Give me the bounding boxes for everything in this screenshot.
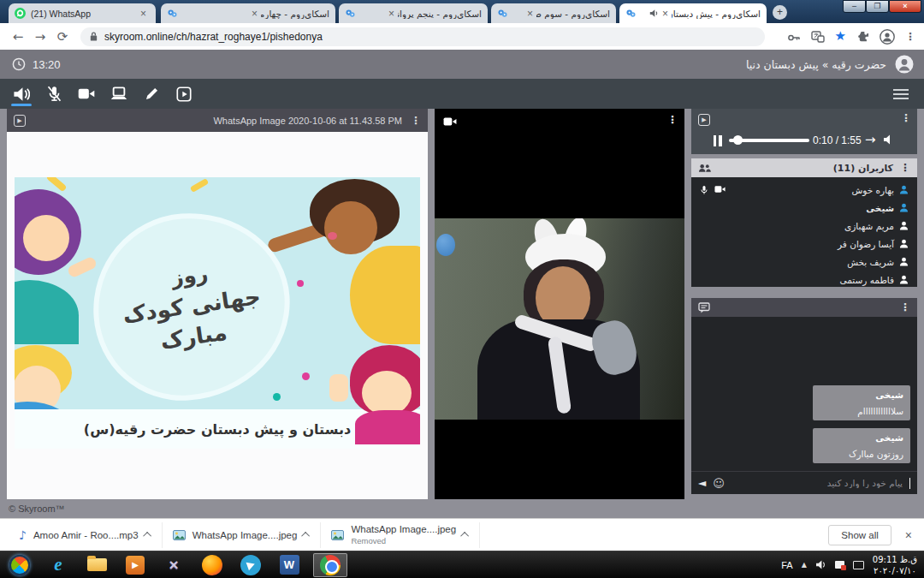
panel-menu-icon[interactable]: ⋮ — [667, 115, 678, 125]
browser-toolbar: ← → ⟳ skyroom.online/ch/hazrat_roghaye1/… — [0, 23, 924, 50]
user-person-icon — [899, 185, 909, 194]
tab-close-icon[interactable]: × — [527, 9, 533, 19]
users-panel-header: کاربران (11) ⋮ — [691, 158, 917, 177]
screenshare-icon — [110, 86, 127, 101]
user-row[interactable]: مریم شهبازی — [691, 217, 917, 235]
panel-menu-icon[interactable]: ⋮ — [411, 116, 421, 126]
blue-balloon — [436, 234, 455, 256]
new-tab-button[interactable]: + — [773, 5, 787, 20]
tray-clock[interactable]: 09:11 ق.ظ ۲۰۲۰/۰۷/۱۰ — [873, 554, 917, 576]
download-item-mp3[interactable]: ♪ Amoo Amir - Roo....mp3 — [9, 522, 163, 548]
tab-close-icon[interactable]: × — [140, 9, 146, 19]
taskbar-firefox[interactable] — [198, 553, 227, 577]
extensions-puzzle-icon[interactable] — [856, 30, 869, 43]
language-indicator[interactable]: FA — [781, 560, 792, 570]
download-item-jpeg-1[interactable]: WhatsApp Image....jpeg — [163, 522, 322, 548]
active-tool-indicator — [11, 104, 32, 106]
clock-icon — [12, 57, 26, 71]
skyroom-favicon — [167, 8, 178, 19]
panel-menu-icon[interactable]: ⋮ — [900, 302, 910, 313]
tab-close-icon[interactable]: × — [388, 9, 394, 19]
taskbar-kmplayer[interactable]: × — [159, 553, 188, 577]
download-chevron-icon[interactable] — [143, 532, 151, 540]
microphone-button[interactable] — [38, 79, 70, 109]
whatsapp-icon — [15, 8, 26, 19]
browser-menu-icon[interactable]: ⋮ — [905, 32, 915, 42]
taskbar-word[interactable]: W — [275, 553, 304, 577]
show-all-downloads-button[interactable]: Show all — [828, 525, 891, 545]
profile-avatar-icon[interactable] — [880, 29, 895, 45]
message-text: سلاااااااااااام — [820, 406, 903, 416]
download-item-jpeg-2[interactable]: WhatsApp Image....jpeg Removed — [321, 522, 480, 548]
window-controls: – ❐ × — [843, 0, 921, 13]
message-sender: شیخی — [820, 390, 903, 400]
user-row[interactable]: شیخی — [691, 199, 917, 217]
reload-button[interactable]: ⟳ — [51, 29, 74, 45]
back-button[interactable]: ← — [7, 29, 29, 45]
tab-whatsapp[interactable]: (21) WhatsApp × — [9, 3, 156, 23]
forward-button[interactable]: → — [29, 29, 51, 45]
speaker-button[interactable] — [5, 79, 38, 109]
whiteboard-button[interactable] — [135, 79, 168, 109]
tab-audio-icon[interactable] — [649, 9, 659, 18]
player-volume-icon[interactable] — [883, 134, 895, 145]
pause-button[interactable] — [712, 134, 723, 150]
screenshare-button[interactable] — [103, 79, 135, 109]
tab-skyroom-2[interactable]: × اسکای‌روم - پنجم پروانه — [339, 3, 488, 23]
users-panel: کاربران (11) ⋮ بهاره خوش شیخی مریم شهباز… — [691, 158, 917, 287]
telegram-icon — [240, 555, 261, 575]
speaker-icon — [13, 86, 30, 102]
send-message-icon[interactable]: ◄ — [698, 477, 706, 489]
tab-title: اسکای‌روم - پنجم پروانه — [398, 9, 482, 19]
taskbar-chrome-active[interactable] — [313, 553, 347, 577]
download-chevron-icon[interactable] — [302, 532, 311, 540]
emoji-icon[interactable]: ☺ — [713, 477, 725, 490]
user-row[interactable]: فاطمه رستمی — [691, 271, 917, 289]
user-avatar-icon[interactable] — [895, 55, 914, 74]
window-maximize-button[interactable]: ❐ — [866, 0, 889, 13]
url-text[interactable]: skyroom.online/ch/hazrat_roghaye1/pished… — [104, 31, 323, 43]
user-row[interactable]: شریف بخش — [691, 253, 917, 271]
bookmark-star-icon[interactable]: ★ — [835, 30, 846, 43]
hidden-icons-chevron[interactable]: ▲ — [802, 561, 807, 569]
taskbar-file-explorer[interactable] — [82, 553, 111, 577]
panel-menu-icon[interactable]: ⋮ — [900, 163, 910, 173]
tab-skyroom-3[interactable]: × اسکای‌روم - سوم صبا — [491, 3, 616, 23]
translate-icon[interactable] — [811, 31, 825, 43]
tab-skyroom-1[interactable]: × اسکای‌روم - چهارم نسرین — [161, 3, 335, 23]
media-player-button[interactable] — [168, 79, 200, 109]
taskbar-telegram[interactable] — [236, 553, 265, 577]
chat-message-input[interactable] — [732, 478, 903, 488]
window-close-button[interactable]: × — [889, 0, 921, 13]
tray-volume-icon[interactable] — [815, 560, 826, 569]
tab-title: اسکای‌روم - پیش دبستان دنیا — [672, 9, 761, 19]
download-chevron-icon[interactable] — [460, 532, 469, 540]
child-face — [362, 371, 412, 415]
chat-message: شیخی روزتون مباارک — [813, 428, 910, 463]
tab-skyroom-active[interactable]: × اسکای‌روم - پیش دبستان دنیا — [619, 3, 767, 23]
taskbar-internet-explorer[interactable]: e — [44, 553, 73, 577]
action-center-flag-icon[interactable] — [835, 561, 844, 569]
taskbar-media-player[interactable]: ▶ — [121, 553, 150, 577]
window-minimize-button[interactable]: – — [843, 0, 866, 13]
network-display-icon[interactable] — [853, 561, 864, 569]
tab-close-icon[interactable]: × — [252, 9, 258, 19]
user-person-icon — [899, 275, 909, 284]
next-track-icon[interactable]: → — [865, 132, 876, 147]
downloads-close-icon[interactable]: × — [905, 528, 912, 542]
text-caret — [909, 478, 910, 489]
webcam-button[interactable] — [70, 79, 103, 109]
user-row[interactable]: آیسا رضوان فر — [691, 235, 917, 253]
address-bar[interactable]: skyroom.online/ch/hazrat_roghaye1/pished… — [80, 27, 765, 46]
password-key-icon[interactable] — [787, 31, 801, 43]
panel-menu-icon[interactable]: ⋮ — [901, 113, 911, 123]
system-tray: FA ▲ 09:11 ق.ظ ۲۰۲۰/۰۷/۱۰ — [781, 554, 924, 576]
image-file-icon — [331, 530, 344, 540]
media-file-icon: ▶ — [698, 114, 710, 126]
user-row[interactable]: بهاره خوش — [691, 181, 917, 199]
tab-close-icon[interactable]: × — [662, 9, 668, 19]
seek-slider-knob[interactable] — [733, 135, 743, 145]
start-button[interactable] — [5, 553, 34, 577]
hamburger-menu-icon[interactable] — [893, 86, 909, 102]
whatsapp-image-title: WhatsApp Image 2020-10-06 at 11.43.58 PM — [213, 116, 402, 126]
